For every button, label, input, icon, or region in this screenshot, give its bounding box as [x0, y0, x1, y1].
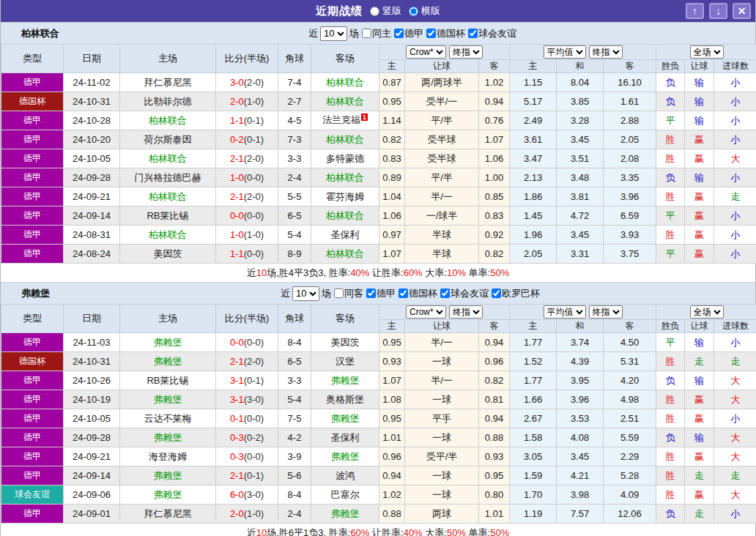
league-checkbox[interactable] — [399, 289, 408, 298]
league-cell: 德甲 — [1, 245, 64, 264]
recent-count-select[interactable]: 10 — [292, 286, 319, 301]
crow-odds-cell: 0.88 — [479, 428, 510, 447]
result-cell: 小 — [714, 130, 756, 149]
average-stage-select[interactable]: 终指 — [589, 305, 623, 319]
same-venue-checkbox[interactable] — [334, 289, 344, 298]
date-cell: 24-09-14 — [64, 466, 120, 485]
sub-column-header: 主 — [379, 320, 405, 333]
away-team-cell: 法兰克福1 — [311, 111, 379, 130]
average-stage-select[interactable]: 终指 — [589, 45, 623, 59]
average-odds-group: 平均值终指 — [510, 305, 656, 320]
recent-count-select[interactable]: 10 — [320, 26, 347, 41]
crow-odds-cell: 0.96 — [379, 447, 405, 466]
result-cell: 输 — [685, 73, 714, 92]
horizontal-layout-radio-group[interactable]: 横版 — [409, 4, 440, 18]
result-cell: 小 — [714, 73, 756, 92]
move-up-button[interactable]: ↑ — [686, 3, 704, 19]
home-team-cell: 柏林联合 — [120, 111, 216, 130]
result-cell: 胜 — [656, 130, 685, 149]
vertical-layout-radio[interactable] — [370, 7, 379, 16]
league-filter[interactable]: 球会友谊 — [440, 287, 489, 300]
match-scope-select[interactable]: 全场 — [690, 305, 724, 319]
column-header: 类型 — [1, 305, 64, 333]
crow-odds-cell: 半/一 — [405, 333, 479, 352]
league-filter[interactable]: 球会友谊 — [468, 27, 516, 40]
column-header: 主场 — [120, 305, 216, 333]
result-cell: 胜 — [656, 187, 685, 206]
match-row: 德甲24-09-14RB莱比锡0-0(0-0)6-5柏林联合1.06一/球半0.… — [1, 206, 756, 226]
league-cell: 德甲 — [1, 505, 64, 524]
table-header-row: 类型日期主场比分(半场)角球客场Crow*终指平均值终指全场 — [1, 305, 756, 320]
result-cell: 胜 — [656, 149, 685, 168]
league-filter[interactable]: 德甲 — [394, 27, 423, 40]
league-filter[interactable]: 德国杯 — [426, 27, 465, 40]
crow-odds-cell: 0.93 — [379, 352, 405, 371]
league-checkbox[interactable] — [394, 29, 404, 38]
same-venue-filter[interactable]: 同主 — [362, 27, 391, 40]
crow-odds-cell: 0.94 — [479, 92, 510, 111]
average-odds-cell: 3.53 — [557, 409, 604, 428]
date-cell: 24-08-31 — [64, 226, 120, 245]
date-cell: 24-11-02 — [64, 73, 120, 92]
title-bar: 近期战绩 竖版 横版 ↑ ↓ ✕ — [1, 0, 755, 22]
odds-stage-select[interactable]: 终指 — [449, 305, 483, 319]
league-filter[interactable]: 德国杯 — [399, 287, 437, 300]
move-down-button[interactable]: ↓ — [709, 3, 727, 19]
match-scope-select[interactable]: 全场 — [690, 45, 724, 59]
away-team-cell: 圣保利 — [311, 226, 379, 245]
league-checkbox[interactable] — [468, 29, 478, 38]
sub-column-header: 和 — [557, 60, 604, 73]
result-cell: 赢 — [685, 245, 714, 264]
average-odds-cell: 3.35 — [604, 168, 656, 187]
sub-column-header: 和 — [557, 320, 604, 333]
games-label: 场 — [349, 27, 359, 40]
league-filter[interactable]: 欧罗巴杯 — [492, 287, 540, 300]
corner-cell: 2-4 — [278, 168, 311, 187]
home-team-cell: 弗赖堡 — [120, 485, 216, 505]
same-venue-checkbox[interactable] — [362, 29, 371, 38]
corner-cell: 4-5 — [278, 111, 311, 130]
away-team-cell: 多特蒙德 — [311, 149, 379, 168]
league-checkbox[interactable] — [440, 289, 450, 298]
crow-odds-cell: 受半/一 — [405, 92, 479, 111]
odds-company-select[interactable]: Crow* — [406, 45, 446, 59]
average-odds-cell: 2.08 — [604, 149, 656, 168]
league-checkbox[interactable] — [366, 289, 376, 298]
horizontal-layout-radio[interactable] — [409, 7, 418, 16]
column-header: 日期 — [64, 45, 120, 73]
league-checkbox[interactable] — [492, 289, 501, 298]
league-cell: 德国杯 — [1, 92, 64, 111]
average-value-select[interactable]: 平均值 — [544, 45, 586, 59]
average-odds-cell: 4.08 — [557, 428, 604, 447]
full-match-group: 全场 — [656, 305, 756, 320]
crow-odds-cell: 一球 — [405, 352, 479, 371]
average-odds-cell: 1.52 — [510, 352, 557, 371]
result-cell: 输 — [685, 333, 714, 352]
odds-company-select[interactable]: Crow* — [406, 305, 446, 319]
date-cell: 24-08-24 — [64, 245, 120, 264]
games-label: 场 — [322, 287, 331, 300]
near-label: 近 — [308, 27, 318, 40]
crow-odds-cell: 0.92 — [479, 226, 510, 245]
league-cell: 德甲 — [1, 466, 64, 485]
date-cell: 24-10-05 — [64, 149, 120, 168]
league-cell: 德甲 — [1, 168, 64, 187]
league-cell: 德甲 — [1, 371, 64, 390]
result-cell: 输 — [685, 111, 714, 130]
column-header: 比分(半场) — [216, 45, 278, 73]
match-row: 德甲24-10-28柏林联合1-1(0-1)4-5法兰克福11.14平/半0.7… — [1, 111, 756, 130]
same-venue-filter[interactable]: 同客 — [334, 287, 363, 300]
average-odds-cell: 1.61 — [604, 92, 656, 111]
league-cell: 德甲 — [1, 111, 64, 130]
odds-stage-select[interactable]: 终指 — [449, 45, 483, 59]
league-filter[interactable]: 德甲 — [366, 287, 396, 300]
league-checkbox[interactable] — [426, 29, 436, 38]
average-odds-cell: 2.05 — [510, 245, 557, 264]
summary-row: 近10场,胜4平3负3, 胜率:40% 让胜率:60% 大率:10% 单率:50… — [1, 264, 755, 282]
result-cell: 负 — [656, 92, 685, 111]
average-value-select[interactable]: 平均值 — [544, 305, 586, 319]
vertical-layout-radio-group[interactable]: 竖版 — [370, 4, 401, 18]
close-button[interactable]: ✕ — [733, 3, 751, 19]
crow-odds-cell: 0.88 — [379, 505, 405, 524]
league-cell: 德甲 — [1, 226, 64, 245]
